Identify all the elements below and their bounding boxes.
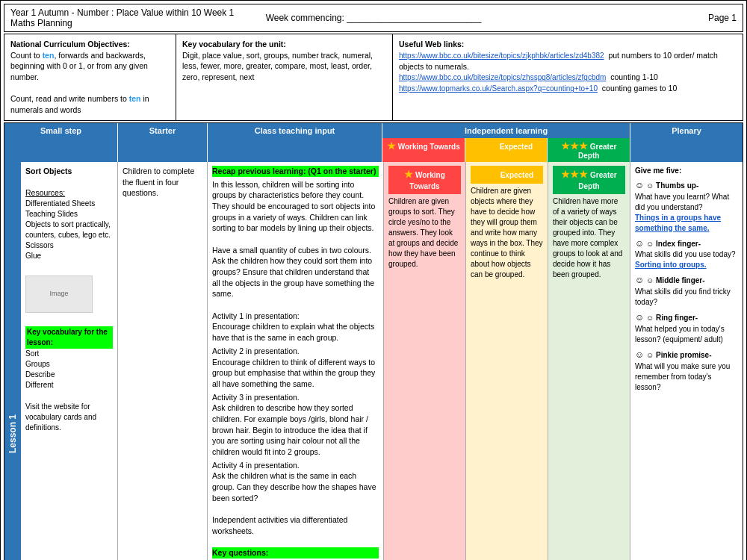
- visit-text: Visit the website for vocabulary cards a…: [25, 402, 113, 433]
- vocab-list: Sort Groups Describe Different: [25, 349, 113, 391]
- info-row: National Curriculum Objectives: Count to…: [4, 34, 743, 121]
- encourage1: Encourage children to explain what the o…: [212, 321, 379, 343]
- ask1: Ask children to describe how they sorted…: [212, 402, 379, 457]
- pinkie-text: What will you make sure you remember fro…: [635, 361, 738, 393]
- ring-text: What helped you in today's lesson? (equi…: [635, 324, 738, 345]
- ring-label: ☺ Ring finger-: [646, 314, 698, 322]
- exp-label: Expected: [500, 143, 533, 151]
- page-header: Year 1 Autumn - Number : Place Value wit…: [4, 4, 743, 32]
- wt-cell: ★ Working Towards Children are given gro…: [384, 162, 466, 560]
- ten-highlight-2: ten: [129, 94, 141, 103]
- ring-icon: ☺: [635, 312, 644, 323]
- link-2[interactable]: https://www.bbc.co.uk/bitesize/topics/zh…: [399, 73, 606, 81]
- objectives-label: National Curriculum Objectives:: [10, 40, 130, 49]
- objectives-text2: Count, read and write numbers to ten in …: [10, 94, 149, 114]
- vocab-label: Key vocabulary for the unit:: [182, 40, 286, 49]
- col-header-wt: ★ Working Towards: [382, 138, 465, 162]
- plenary-ring: ☺ ☺ Ring finger- What helped you in toda…: [635, 311, 738, 345]
- key-vocabulary-cell: Key vocabulary for the unit: Digit, plac…: [176, 34, 393, 120]
- independent-note: Independent activities via differentiate…: [212, 514, 379, 536]
- encourage2: Encourage children to think of different…: [212, 357, 379, 390]
- gd-text: Children have more of a variety of ways …: [553, 196, 625, 280]
- col-header-indep-sub: ★ Working Towards ★★ Expected ★★★ Greate…: [382, 138, 630, 162]
- teaching-image: Image: [25, 276, 93, 313]
- small-step-cell: Sort Objects Resources: Differentiated S…: [21, 162, 118, 560]
- exp-cell-header: ★★ Expected: [471, 166, 543, 184]
- objectives-text1: Count to ten, forwards and backwards, be…: [10, 51, 148, 81]
- lesson-title: Sort Objects: [25, 166, 113, 177]
- lesson-label-text: Lesson 1: [7, 414, 18, 452]
- page: Year 1 Autumn - Number : Place Value wit…: [0, 0, 747, 560]
- thumb-text: What have you learnt? What did you under…: [635, 192, 738, 213]
- exp-cell-stars: ★★: [480, 169, 498, 180]
- pinkie-label: ☺ Pinkie promise-: [646, 351, 711, 359]
- plenary-thumb: ☺ ☺ Thumbs up- What have you learnt? Wha…: [635, 179, 738, 234]
- wt-star: ★: [387, 140, 396, 152]
- teaching-para2: Have a small quantity of cubes in two co…: [212, 245, 379, 299]
- resources-text: Differentiated Sheets Teaching Slides Ob…: [25, 199, 113, 261]
- sorting-text: Sorting into groups.: [635, 260, 738, 270]
- plenary-cell: Give me five: ☺ ☺ Thumbs up- What have y…: [630, 162, 743, 560]
- ten-highlight-1: ten: [43, 51, 55, 60]
- things-text: Things in a groups have something the sa…: [635, 213, 738, 234]
- middle-icon: ☺: [635, 275, 644, 285]
- pinkie-icon: ☺: [635, 349, 644, 360]
- wt-label: Working Towards: [398, 143, 460, 151]
- act1: Activity 1 in presentation:: [212, 311, 379, 322]
- teaching-para1: In this lesson, children will be sorting…: [212, 179, 379, 234]
- col-header-starter: Starter: [118, 123, 208, 162]
- col-header-independent: Independent learning: [382, 123, 630, 138]
- act3: Activity 3 in presentation.: [212, 392, 379, 403]
- col-header-teaching: Class teaching input: [208, 123, 382, 162]
- thumb-icon: ☺: [635, 180, 644, 190]
- resources-label: Resources:: [25, 187, 113, 199]
- index-text: What skills did you use today?: [635, 249, 738, 260]
- col-header-plenary: Plenary: [630, 123, 743, 162]
- link-1[interactable]: https://www.bbc.co.uk/bitesize/topics/zj…: [399, 52, 604, 60]
- header-title: Year 1 Autumn - Number : Place Value wit…: [10, 7, 252, 28]
- gd-cell-stars: ★★★: [561, 169, 588, 180]
- vocab-key-label: Key vocabulary for the lesson:: [25, 326, 113, 349]
- wt-text: Children are given groups to sort. They …: [388, 196, 461, 270]
- exp-text: Children are given objects where they ha…: [471, 186, 543, 280]
- col-header-exp: ★★ Expected: [465, 138, 548, 162]
- gd-cell: ★★★ Greater Depth Children have more of …: [548, 162, 630, 560]
- middle-text: What skills did you find tricky today?: [635, 287, 738, 308]
- wt-cell-star: ★: [404, 169, 413, 180]
- col-header-small-step: Small step: [4, 123, 118, 162]
- plenary-title: Give me five:: [635, 166, 738, 176]
- link-3[interactable]: https://www.topmarks.co.uk/Search.aspx?q…: [399, 84, 598, 93]
- ask2: Ask the children what is the same in eac…: [212, 470, 379, 503]
- col-header-independent-wrapper: Independent learning ★ Working Towards ★…: [382, 123, 630, 162]
- recap-label: Recap previous learning: (Q1 on the star…: [212, 166, 379, 177]
- col-header-gd: ★★★ Greater Depth: [548, 138, 630, 162]
- act2: Activity 2 in presentation.: [212, 346, 379, 357]
- gd-star: ★★★: [561, 140, 588, 152]
- link3-text: counting games to 10: [602, 84, 677, 93]
- starter-cell: Children to complete the fluent in four …: [118, 162, 208, 560]
- index-label: ☺ Index finger-: [646, 240, 701, 248]
- plenary-middle: ☺ ☺ Middle finger- What skills did you f…: [635, 274, 738, 308]
- act4: Activity 4 in presentation.: [212, 460, 379, 471]
- wt-cell-label: Working Towards: [409, 171, 445, 190]
- curriculum-objectives: National Curriculum Objectives: Count to…: [4, 34, 176, 120]
- plenary-index: ☺ ☺ Index finger- What skills did you us…: [635, 237, 738, 271]
- links-label: Useful Web links:: [399, 40, 464, 49]
- key-q-label: Key questions:: [212, 547, 379, 559]
- middle-label: ☺ Middle finger-: [646, 276, 705, 284]
- vocab-text: Digit, place value, sort, groups, number…: [182, 51, 373, 81]
- thumb-label: ☺ Thumbs up-: [646, 181, 698, 190]
- plenary-pinkie: ☺ ☺ Pinkie promise- What will you make s…: [635, 349, 738, 393]
- exp-cell-label: Expected: [500, 171, 533, 179]
- exp-cell: ★★ Expected Children are given objects w…: [466, 162, 548, 560]
- gd-cell-header: ★★★ Greater Depth: [553, 166, 625, 194]
- index-icon: ☺: [635, 238, 644, 249]
- header-week: Week commencing: _______________________…: [252, 13, 495, 23]
- starter-text: Children to complete the fluent in four …: [123, 166, 202, 199]
- header-page: Page 1: [495, 13, 737, 23]
- column-headers: Small step Starter Class teaching input …: [4, 122, 743, 162]
- main-content: Lesson 1 Sort Objects Resources: Differe…: [4, 162, 743, 560]
- teaching-cell: Recap previous learning: (Q1 on the star…: [208, 162, 384, 560]
- lesson-label: Lesson 1: [4, 162, 21, 560]
- exp-star: ★★: [480, 140, 498, 152]
